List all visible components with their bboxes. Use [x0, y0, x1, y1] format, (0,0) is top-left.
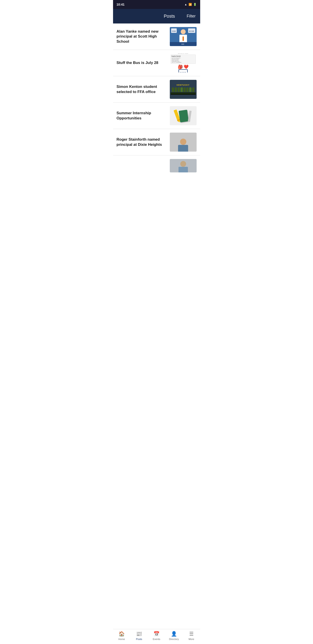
post-thumbnail: Thursday July 28th, 202211:00 am to 7:00… [170, 54, 197, 72]
thumb-alan: KCSD CSD KC [170, 27, 197, 46]
post-title: Stuff the Bus is July 28 [117, 60, 167, 65]
status-icons: ▲ 📶 🔋 [185, 3, 197, 6]
kcsd-logo: KCSD [179, 69, 188, 72]
signal-icon: 📶 [189, 3, 192, 6]
post-text: Simon Kenton student selected to FFA off… [117, 84, 170, 94]
status-time: 10:41 [117, 3, 125, 6]
wifi-icon: ▲ [185, 3, 187, 6]
post-title: Roger Stainforth named principal at Dixi… [117, 137, 167, 147]
thumb-bus: Thursday July 28th, 202211:00 am to 7:00… [170, 54, 197, 72]
post-text: Alan Yanke named new principal at Scott … [117, 29, 170, 44]
ffa-people [172, 88, 194, 92]
page-title: Posts [152, 14, 187, 19]
post-text: Stuff the Bus is July 28 [117, 60, 170, 65]
roger-head [180, 139, 186, 145]
post-item[interactable]: Simon Kenton student selected to FFA off… [113, 76, 200, 103]
post-title: Summer Internship Opportunities [117, 111, 167, 120]
post-item[interactable]: Summer Internship Opportunities [113, 103, 200, 129]
post-text: Roger Stainforth named principal at Dixi… [117, 137, 170, 147]
supplies-title: Thursday July 28th, 202211:00 am to 7:00… [177, 54, 189, 54]
person-figure [178, 29, 189, 44]
filter-button[interactable]: Filter [187, 14, 196, 18]
post-item[interactable]: Stuff the Bus is July 28 Thursday July 2… [113, 50, 200, 76]
post-item[interactable]: Alan Yanke named new principal at Scott … [113, 24, 200, 50]
battery-icon: 🔋 [193, 3, 197, 6]
header: Posts Filter [113, 9, 200, 24]
thumb-roger [170, 132, 197, 152]
post-title: Alan Yanke named new principal at Scott … [117, 29, 167, 44]
status-bar: 10:41 ▲ 📶 🔋 [113, 0, 200, 9]
post-thumbnail: KENTUCKY [170, 80, 197, 99]
roger-body [178, 145, 188, 152]
post-text: Summer Internship Opportunities [117, 111, 170, 120]
post-title: Simon Kenton student selected to FFA off… [117, 84, 167, 94]
post-item[interactable] [113, 156, 200, 176]
post-thumbnail [170, 159, 197, 172]
post-item[interactable]: Roger Stainforth named principal at Dixi… [113, 129, 200, 156]
ffa-label: KENTUCKY [177, 84, 189, 86]
thumb-ffa: KENTUCKY [170, 80, 197, 99]
post-thumbnail [170, 106, 197, 125]
post-thumbnail: KCSD CSD KC [170, 27, 197, 46]
thumb-internship [170, 106, 197, 125]
posts-list: Alan Yanke named new principal at Scott … [113, 24, 200, 194]
post-thumbnail [170, 132, 197, 152]
